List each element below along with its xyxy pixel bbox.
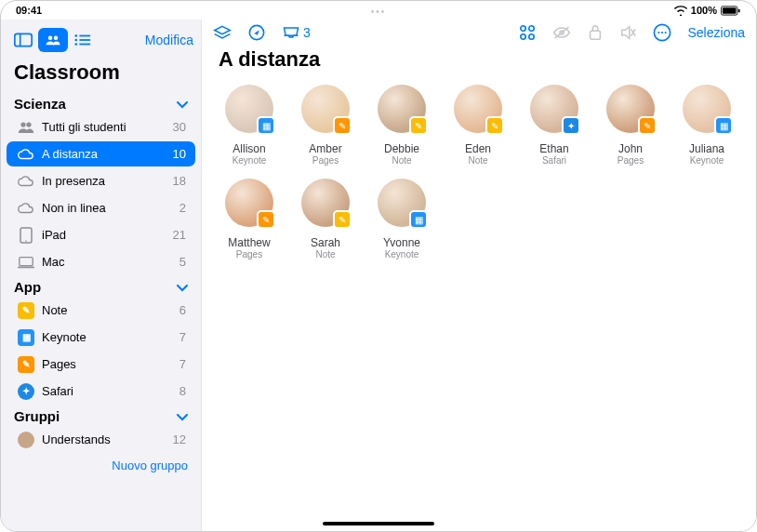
student-card[interactable]: ✎ Matthew Pages	[211, 179, 287, 259]
sidebar-item-count: 21	[173, 228, 186, 242]
sidebar-item-offline[interactable]: Non in linea 2	[7, 195, 195, 220]
svg-rect-8	[79, 35, 90, 37]
battery-icon	[721, 6, 741, 16]
svg-point-30	[657, 32, 659, 33]
student-card[interactable]: ✎ Eden Note	[440, 85, 516, 166]
sidebar-item-label: Keynote	[42, 330, 179, 344]
compass-icon[interactable]	[248, 24, 265, 41]
student-card[interactable]: ✎ John Pages	[592, 85, 669, 166]
cloud-icon	[16, 198, 36, 219]
lock-icon[interactable]	[588, 24, 603, 41]
section-header-app[interactable]: App	[1, 275, 201, 297]
student-app: Note	[287, 249, 364, 259]
sidebar-item-label: Non in linea	[42, 201, 179, 215]
student-app: Keynote	[669, 155, 745, 166]
main-panel: 3 Seleziona A distanza ▦ Allison Keynote…	[202, 20, 756, 531]
svg-point-13	[20, 122, 25, 126]
sidebar: Modifica Classroom Scienza Tutti gli stu…	[1, 20, 202, 531]
student-card[interactable]: ✎ Debbie Note	[364, 85, 440, 166]
group-icon	[16, 430, 36, 450]
sidebar-item-in-person[interactable]: In presenza 18	[7, 168, 195, 193]
wifi-icon	[674, 6, 687, 16]
keynote-icon: ▦	[16, 327, 36, 348]
mute-icon[interactable]	[619, 24, 636, 41]
grid-icon[interactable]	[519, 24, 536, 41]
student-card[interactable]: ▦ Allison Keynote	[211, 85, 287, 166]
layers-icon[interactable]	[213, 24, 232, 41]
svg-point-14	[26, 122, 31, 126]
sidebar-item-mac[interactable]: Mac 5	[7, 249, 195, 274]
keynote-icon: ▦	[409, 210, 428, 229]
sidebar-item-remote[interactable]: A distanza 10	[7, 141, 195, 166]
inbox-button[interactable]: 3	[282, 25, 311, 40]
svg-rect-26	[590, 31, 600, 39]
sidebar-item-safari[interactable]: ✦ Safari 8	[7, 379, 195, 404]
sidebar-item-count: 2	[179, 201, 186, 215]
chevron-down-icon	[177, 279, 188, 295]
section-title: Scienza	[14, 96, 66, 112]
svg-point-16	[25, 240, 27, 242]
drag-handle-icon[interactable]: •••	[371, 7, 387, 17]
sidebar-toggle-button[interactable]	[8, 27, 38, 53]
sidebar-item-count: 8	[179, 384, 186, 398]
student-name: John	[592, 142, 669, 155]
student-name: Juliana	[669, 142, 745, 155]
sidebar-item-count: 6	[179, 303, 186, 317]
status-battery: 100%	[691, 5, 717, 16]
student-name: Matthew	[211, 236, 287, 249]
student-card[interactable]: ✎ Amber Pages	[287, 85, 364, 166]
student-name: Sarah	[287, 236, 364, 249]
svg-point-21	[528, 26, 533, 31]
list-view-button[interactable]	[68, 27, 98, 53]
svg-rect-3	[15, 33, 32, 46]
mac-icon	[16, 252, 36, 273]
sidebar-item-count: 18	[173, 174, 186, 188]
student-app: Note	[364, 155, 440, 166]
svg-point-20	[520, 26, 525, 31]
cloud-icon	[16, 171, 36, 192]
note-icon: ✎	[16, 300, 36, 321]
student-name: Allison	[211, 142, 287, 155]
student-card[interactable]: ▦ Yvonne Keynote	[364, 179, 440, 259]
sidebar-item-keynote[interactable]: ▦ Keynote 7	[7, 325, 195, 350]
student-card[interactable]: ✎ Sarah Note	[287, 179, 364, 259]
student-name: Eden	[440, 142, 516, 155]
sidebar-item-label: A distanza	[42, 147, 173, 161]
keynote-icon: ▦	[714, 116, 733, 135]
student-card[interactable]: ▦ Juliana Keynote	[669, 85, 745, 166]
pages-icon: ✎	[257, 210, 275, 229]
sidebar-item-pages[interactable]: ✎ Pages 7	[7, 352, 195, 377]
student-app: Pages	[211, 249, 287, 259]
students-view-button[interactable]	[38, 28, 68, 52]
chevron-down-icon	[177, 408, 188, 424]
student-app: Safari	[516, 155, 592, 166]
svg-point-6	[54, 36, 59, 41]
people-icon	[16, 117, 36, 138]
student-grid: ▦ Allison Keynote ✎ Amber Pages ✎ Debbie…	[202, 85, 756, 273]
sidebar-item-group-understands[interactable]: Understands 12	[7, 427, 195, 452]
svg-rect-18	[18, 266, 34, 268]
select-button[interactable]: Seleziona	[688, 25, 746, 40]
svg-point-9	[74, 39, 77, 42]
more-icon[interactable]	[653, 23, 671, 42]
edit-button[interactable]: Modifica	[145, 33, 193, 47]
sidebar-item-label: Safari	[42, 384, 179, 398]
section-header-gruppi[interactable]: Gruppi	[1, 405, 201, 426]
student-name: Yvonne	[364, 236, 440, 249]
sidebar-item-note[interactable]: ✎ Note 6	[7, 298, 195, 323]
svg-point-32	[664, 32, 666, 33]
svg-rect-2	[738, 8, 740, 12]
sidebar-item-all-students[interactable]: Tutti gli studenti 30	[7, 114, 195, 140]
sidebar-item-label: iPad	[42, 228, 173, 242]
pages-icon: ✎	[16, 354, 36, 375]
section-header-scienza[interactable]: Scienza	[1, 92, 201, 113]
sidebar-item-ipad[interactable]: iPad 21	[7, 222, 195, 247]
new-group-button[interactable]: Nuovo gruppo	[1, 453, 201, 472]
sidebar-item-count: 7	[179, 357, 186, 371]
chevron-down-icon	[177, 96, 188, 112]
note-icon: ✎	[333, 210, 352, 229]
home-indicator[interactable]	[323, 522, 434, 525]
eye-slash-icon[interactable]	[552, 25, 571, 40]
note-icon: ✎	[409, 116, 428, 135]
student-card[interactable]: ✦ Ethan Safari	[516, 85, 592, 166]
